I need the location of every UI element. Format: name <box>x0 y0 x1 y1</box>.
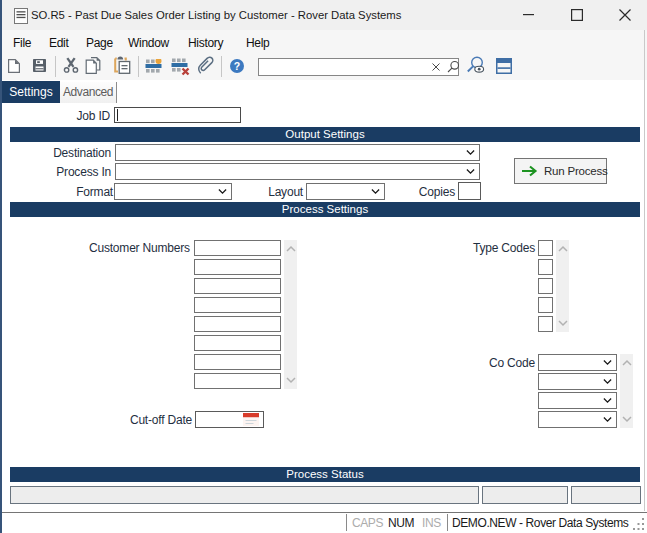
svg-text:?: ? <box>234 60 240 72</box>
